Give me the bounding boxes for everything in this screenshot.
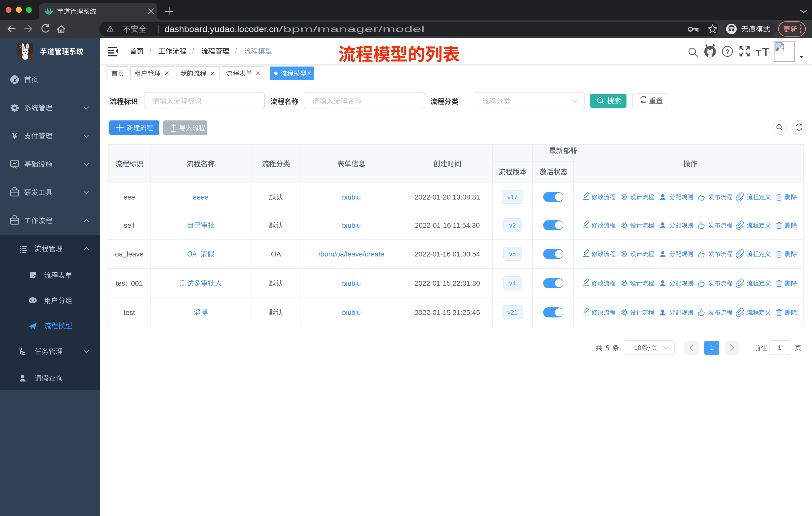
svg-text:1: 1 (778, 344, 781, 351)
svg-text:dashboard.yudao.iocoder.cn: dashboard.yudao.iocoder.cn (164, 24, 279, 34)
svg-text:/bpm/oa/leave/create: /bpm/oa/leave/create (318, 250, 384, 258)
svg-text:/: / (192, 47, 194, 55)
svg-text:self: self (124, 221, 135, 229)
svg-text:1: 1 (710, 344, 714, 351)
svg-text:/bpm/manager/model: /bpm/manager/model (279, 24, 425, 34)
svg-text:eeee: eeee (193, 193, 208, 201)
svg-text:oa_leave: oa_leave (115, 250, 144, 258)
svg-text:T: T (762, 45, 769, 58)
svg-text:biubiu: biubiu (342, 279, 361, 287)
svg-text:2022-01-15 21:25:45: 2022-01-15 21:25:45 (414, 309, 480, 317)
svg-text:/: / (149, 47, 151, 55)
svg-text:?: ? (725, 48, 729, 56)
svg-text:biubiu: biubiu (342, 221, 361, 229)
svg-text:v2: v2 (509, 222, 516, 229)
svg-text:test_001: test_001 (116, 279, 143, 287)
svg-text:OA: OA (271, 250, 281, 258)
svg-text:eee: eee (123, 193, 135, 201)
svg-text:2022-01-16 01:30:54: 2022-01-16 01:30:54 (414, 250, 480, 258)
svg-text:2022-01-16 11:54:30: 2022-01-16 11:54:30 (415, 221, 480, 229)
svg-text:¥: ¥ (12, 131, 17, 141)
svg-text:biubiu: biubiu (342, 309, 361, 317)
svg-text:T: T (756, 49, 761, 58)
svg-text:10: 10 (634, 344, 641, 351)
svg-text:v17: v17 (508, 193, 518, 200)
svg-text:v5: v5 (509, 250, 516, 257)
svg-text:test: test (123, 309, 135, 317)
svg-text:2022-01-15 22:01:30: 2022-01-15 22:01:30 (414, 279, 480, 287)
svg-text:2022-01-20 13:08:31: 2022-01-20 13:08:31 (414, 193, 480, 201)
svg-text:v21: v21 (508, 309, 518, 316)
svg-text:biubiu: biubiu (342, 193, 361, 201)
svg-text:/: / (235, 47, 237, 55)
svg-text:v4: v4 (509, 280, 516, 287)
